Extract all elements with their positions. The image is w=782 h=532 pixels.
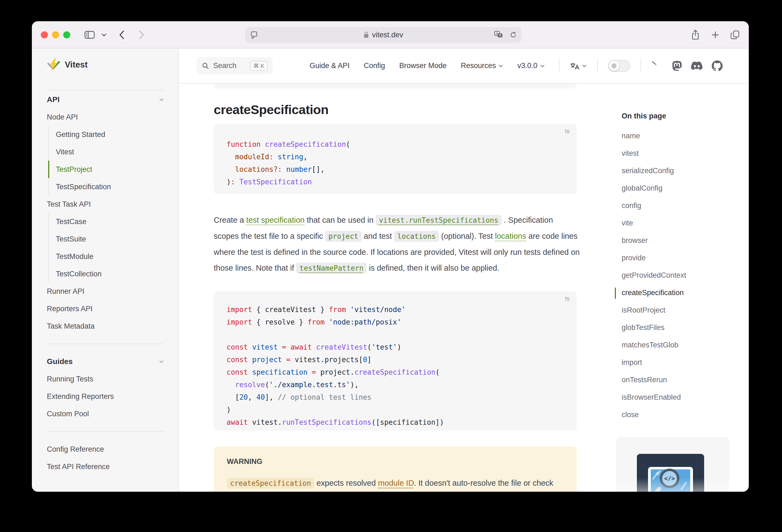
outline-item-browser[interactable]: browser	[621, 232, 739, 249]
nav-link-resources[interactable]: Resources	[461, 62, 503, 70]
outline-item-matchestestglob[interactable]: matchesTestGlob	[621, 336, 739, 354]
outline-item-config[interactable]: config	[621, 197, 739, 214]
vitest-logo[interactable]: Vitest	[47, 58, 88, 72]
outline-item-vite[interactable]: vite	[621, 214, 739, 232]
sidebar-item-testspecification[interactable]: TestSpecification	[48, 178, 164, 196]
search-placeholder: Search	[213, 62, 237, 70]
search-input[interactable]: Search ⌘ K	[197, 57, 273, 74]
sidebar-item-testproject[interactable]: TestProject	[48, 161, 164, 178]
sidebar-item-guides[interactable]: Guides	[47, 353, 164, 370]
sidebar-item-label: API	[47, 95, 60, 104]
sidebar-item-custom-pool[interactable]: Custom Pool	[47, 405, 164, 423]
text-segment: that can be used in	[305, 216, 376, 224]
browser-toolbar: vitest.dev A	[32, 21, 749, 48]
sidebar-item-getting-started[interactable]: Getting Started	[48, 126, 164, 143]
inline-link[interactable]: test specification	[246, 216, 305, 224]
lock-icon	[363, 31, 369, 38]
text-segment: expects resolved	[314, 478, 378, 487]
outline-item-provide[interactable]: provide	[621, 249, 739, 267]
tab-overview-icon[interactable]	[729, 21, 741, 48]
inline-link[interactable]: module ID	[378, 478, 414, 487]
sidebar-item-running-tests[interactable]: Running Tests	[47, 370, 164, 388]
vitest-logo-icon	[47, 58, 61, 72]
sidebar-item-label: Getting Started	[56, 131, 105, 139]
outline-item-createspecification[interactable]: createSpecification	[621, 284, 739, 302]
outline-item-import[interactable]: import	[621, 354, 739, 371]
translate-icon[interactable]: A	[494, 31, 503, 39]
text-segment: and test	[362, 232, 394, 240]
inline-link[interactable]: vitest.runTestSpecifications	[376, 215, 502, 226]
sidebar-item-node-api[interactable]: Node API	[47, 108, 164, 126]
minimize-window-button[interactable]	[52, 31, 59, 38]
inline-link[interactable]: locations	[495, 232, 526, 240]
sidebar-nav: APINode APIGetting StartedVitestTestProj…	[47, 90, 164, 475]
sidebar-item-testsuite[interactable]: TestSuite	[48, 230, 164, 248]
close-window-button[interactable]	[41, 31, 48, 38]
sidebar-item-reporters-api[interactable]: Reporters API	[47, 300, 164, 317]
sidebar-item-label: Test API Reference	[47, 463, 110, 471]
bluesky-icon[interactable]	[651, 61, 662, 71]
outline-item-getprovidedcontext[interactable]: getProvidedContext	[621, 267, 739, 284]
back-button[interactable]	[116, 21, 128, 48]
sidebar-item-label: Config Reference	[47, 445, 104, 454]
github-icon[interactable]	[712, 61, 723, 71]
sidebar-menu-chevron-icon[interactable]	[99, 21, 109, 48]
share-icon[interactable]	[689, 21, 701, 48]
sidebar-item-test-api-reference[interactable]: Test API Reference	[47, 458, 164, 475]
nav-link-guide-api[interactable]: Guide & API	[310, 62, 350, 70]
code-block-signature[interactable]: ts function createSpecification( moduleI…	[214, 124, 577, 194]
outline-item-globtestfiles[interactable]: globTestFiles	[621, 319, 739, 336]
outline-item-name[interactable]: name	[621, 127, 739, 145]
new-tab-icon[interactable]	[709, 21, 721, 48]
sidebar-item-extending-reporters[interactable]: Extending Reporters	[47, 388, 164, 405]
text-segment: is defined, then it will also be applied…	[367, 263, 499, 272]
sidebar-item-vitest[interactable]: Vitest	[48, 143, 164, 161]
outline-item-ontestsrerun[interactable]: onTestsRerun	[621, 371, 739, 389]
doc-sidebar: Vitest APINode APIGetting StartedVitestT…	[32, 48, 179, 492]
nav-link-config[interactable]: Config	[364, 62, 385, 70]
code-line: import { createVitest } from 'vitest/nod…	[226, 303, 577, 316]
warning-body: createSpecification expects resolved mod…	[227, 475, 564, 492]
nav-link-v3-0-0[interactable]: v3.0.0	[517, 62, 545, 70]
sidebar-divider	[47, 423, 164, 440]
sidebar-item-testcase[interactable]: TestCase	[48, 213, 164, 230]
outline-item-serializedconfig[interactable]: serializedConfig	[621, 162, 739, 179]
outline-item-isbrowserenabled[interactable]: isBrowserEnabled	[621, 389, 739, 406]
nav-link-label: v3.0.0	[517, 62, 537, 70]
inline-link[interactable]: testNamePattern	[296, 263, 367, 274]
mastodon-icon[interactable]	[671, 61, 682, 71]
sidebar-item-testmodule[interactable]: TestModule	[48, 248, 164, 265]
sidebar-divider	[47, 335, 164, 353]
zoom-window-button[interactable]	[63, 31, 70, 38]
sidebar-toggle-icon[interactable]	[83, 21, 96, 48]
discord-icon[interactable]	[691, 61, 703, 71]
sidebar-item-label: Custom Pool	[47, 410, 89, 418]
theme-toggle[interactable]	[608, 60, 630, 72]
text-segment: (optional). Test	[439, 232, 495, 240]
inline-code: project	[325, 231, 362, 242]
sidebar-item-config-reference[interactable]: Config Reference	[47, 440, 164, 458]
sidebar-item-testcollection[interactable]: TestCollection	[48, 265, 164, 283]
sidebar-item-api[interactable]: API	[47, 91, 164, 108]
reload-icon[interactable]	[509, 31, 517, 39]
sidebar-item-task-metadata[interactable]: Task Metadata	[47, 317, 164, 335]
sidebar-item-label: TestSpecification	[56, 183, 111, 191]
code-line: )	[226, 403, 577, 416]
forward-button[interactable]	[136, 21, 148, 48]
nav-link-label: Config	[364, 62, 385, 70]
code-block-example[interactable]: ts import { createVitest } from 'vitest/…	[214, 291, 577, 431]
outline-item-vitest[interactable]: vitest	[621, 145, 739, 162]
on-this-page-list: namevitestserializedConfigglobalConfigco…	[621, 127, 739, 423]
sidebar-item-runner-api[interactable]: Runner API	[47, 283, 164, 300]
sidebar-item-test-task-api[interactable]: Test Task API	[47, 196, 164, 213]
address-bar[interactable]: vitest.dev A	[245, 27, 522, 43]
sidebar-item-label: TestModule	[56, 252, 94, 261]
sponsor-card[interactable]: </>	[616, 437, 729, 492]
logo-wordmark: Vitest	[65, 60, 88, 70]
outline-item-globalconfig[interactable]: globalConfig	[621, 179, 739, 197]
code-line: await vitest.runTestSpecifications([spec…	[226, 416, 577, 429]
outline-item-isrootproject[interactable]: isRootProject	[621, 302, 739, 319]
nav-link-browser-mode[interactable]: Browser Mode	[399, 62, 447, 70]
outline-item-close[interactable]: close	[621, 406, 739, 423]
language-menu[interactable]	[570, 61, 587, 71]
